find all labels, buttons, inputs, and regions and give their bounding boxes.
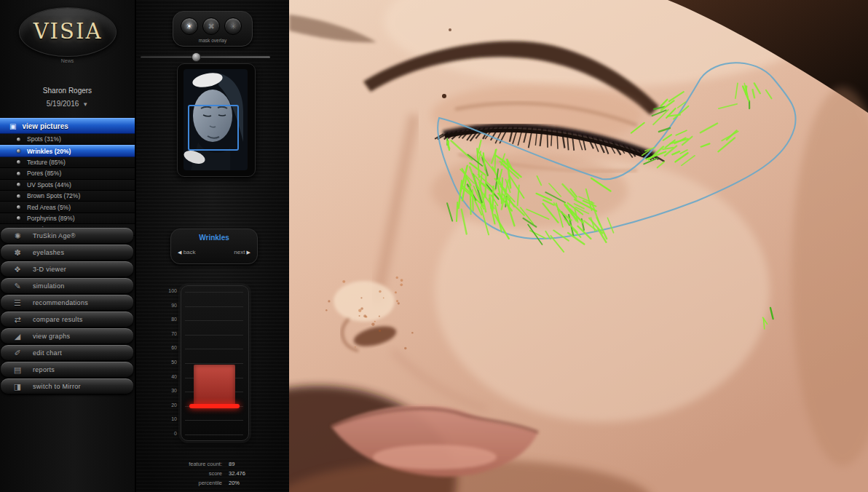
bullet-icon (17, 160, 20, 164)
back-label: back (184, 249, 196, 255)
stats-panel: feature count: 89 score 32.476 percentil… (136, 461, 282, 489)
slider-handle[interactable] (192, 52, 201, 62)
simulation-icon: ✎ (9, 282, 25, 291)
thumbnail-face-image (184, 69, 248, 170)
view-pictures-header[interactable]: ▣ view pictures (0, 118, 135, 134)
view-pictures-label: view pictures (22, 122, 68, 130)
gauge-tick-label: 80 (159, 317, 177, 322)
tool-label: edit chart (33, 349, 62, 357)
sidebar-item-label: Porphyrins (89%) (27, 215, 75, 222)
sidebar-item-brown-spots-72[interactable]: Brown Spots (72%) (0, 191, 135, 202)
sidebar-item-label: Pores (85%) (27, 170, 61, 177)
tool-label: 3-D viewer (33, 266, 66, 273)
switch-to-mirror-button[interactable]: ◨switch to Mirror (1, 378, 133, 394)
feature-menu: ▣ view pictures Spots (31%)Wrinkles (20%… (0, 118, 135, 236)
gauge-tick-label: 60 (159, 345, 177, 350)
sidebar-item-label: Spots (31%) (27, 135, 61, 143)
eyelashes-icon: ✽ (9, 248, 25, 258)
percentile-value: 20% (229, 480, 240, 486)
gauge-gridline (185, 435, 243, 435)
gauge-gridline (185, 363, 243, 364)
feature-count-label: feature count: (136, 461, 222, 467)
mask-overlay-group: ☀✖✳ mask overlay (173, 11, 253, 47)
logo-tagline: News (0, 58, 135, 63)
slider-track[interactable] (141, 56, 270, 58)
mask-toggle-button[interactable]: ✖ (202, 17, 220, 35)
gauge-tick-label: 30 (159, 388, 177, 393)
simulation-button[interactable]: ✎simulation (1, 278, 133, 293)
recommendations-icon: ☰ (9, 298, 25, 308)
bullet-icon (17, 172, 20, 175)
gauge-tick-label: 40 (159, 374, 177, 379)
sidebar-item-label: Brown Spots (72%) (27, 192, 80, 199)
tool-label: compare results (33, 316, 83, 323)
gauge-percentile-marker (189, 404, 240, 408)
gauge-tick-label: 70 (159, 331, 177, 336)
gauge-scale: 1009080706050403020100 (159, 285, 177, 440)
truskin-age-icon: ✺ (9, 231, 25, 241)
bullet-icon (17, 138, 20, 141)
gauge-gridline (185, 306, 243, 307)
gauge-score-bar (194, 365, 235, 406)
bullet-icon (17, 149, 20, 153)
score-value: 32.476 (229, 470, 245, 477)
sidebar-item-porphyrins-89[interactable]: Porphyrins (89%) (0, 213, 135, 224)
percentile-row: percentile 20% (136, 480, 282, 486)
tool-label: eyelashes (33, 249, 64, 256)
gauge-gridline (185, 335, 243, 336)
reports-button[interactable]: ▤reports (1, 362, 133, 377)
3-d-viewer-button[interactable]: ❖3-D viewer (1, 261, 133, 277)
recommendations-button[interactable]: ☰recommendations (1, 295, 133, 310)
main-photo-view[interactable] (289, 0, 868, 492)
next-arrow-icon: ▶ (247, 250, 250, 255)
sidebar-item-label: Red Areas (5%) (27, 204, 71, 211)
visia-logo-text: VISIA (20, 8, 116, 55)
reports-icon: ▤ (9, 365, 25, 375)
gauge-box (181, 285, 249, 441)
tool-label: recommendations (33, 299, 88, 306)
analysis-panel: ☀✖✳ mask overlay W (136, 0, 289, 492)
truskin-age-button[interactable]: ✺TruSkin Age® (1, 228, 133, 243)
tool-label: TruSkin Age® (33, 232, 76, 239)
tool-button-list: ✺TruSkin Age®✽eyelashes❖3-D viewer✎simul… (0, 228, 135, 395)
session-date: 5/19/2016 (47, 100, 79, 108)
session-date-dropdown[interactable]: 5/19/2016▼ (0, 100, 135, 108)
compare-results-button[interactable]: ⇄compare results (1, 312, 133, 327)
3-d-viewer-icon: ❖ (9, 265, 25, 274)
gauge-gridline (185, 320, 243, 321)
patient-name: Sharon Rogers (0, 87, 135, 95)
gauge-tick-label: 100 (159, 288, 177, 293)
gauge-gridline (185, 349, 243, 349)
overlay-opacity-slider[interactable] (141, 52, 270, 61)
switch-to-mirror-icon: ◨ (9, 382, 25, 392)
sidebar-item-pores-85[interactable]: Pores (85%) (0, 168, 135, 179)
overlay-toggle-button[interactable]: ✳ (224, 17, 242, 35)
gauge-tick-label: 10 (159, 416, 177, 421)
eyelashes-button[interactable]: ✽eyelashes (1, 245, 133, 260)
edit-chart-button[interactable]: ✐edit chart (1, 345, 133, 360)
chevron-down-icon: ▼ (82, 101, 88, 108)
feature-list: Spots (31%)Wrinkles (20%)Texture (85%)Po… (0, 134, 135, 236)
sidebar-item-wrinkles-20[interactable]: Wrinkles (20%) (0, 145, 135, 156)
compare-results-icon: ⇄ (9, 315, 25, 325)
next-button[interactable]: next ▶ (234, 249, 250, 255)
tool-label: simulation (33, 282, 65, 290)
bullet-icon (17, 216, 20, 220)
view-graphs-button[interactable]: ◢view graphs (1, 328, 133, 344)
sidebar-item-red-areas-5[interactable]: Red Areas (5%) (0, 202, 135, 213)
sidebar-item-texture-85[interactable]: Texture (85%) (0, 157, 135, 168)
photo-toggle-button[interactable]: ☀ (181, 17, 198, 35)
mole (442, 94, 446, 98)
gauge-tick-label: 20 (159, 402, 177, 408)
gauge-gridline (185, 292, 243, 293)
sidebar-item-spots-31[interactable]: Spots (31%) (0, 134, 135, 145)
bullet-icon (17, 205, 20, 209)
sidebar-item-uv-spots-44[interactable]: UV Spots (44%) (0, 180, 135, 191)
face-thumbnail-frame[interactable] (177, 63, 256, 177)
tool-label: switch to Mirror (33, 383, 81, 390)
feature-count-value: 89 (229, 461, 234, 467)
back-button[interactable]: ◀ back (178, 249, 196, 255)
feature-nav: Wrinkles ◀ back next ▶ (170, 229, 258, 264)
tool-label: reports (33, 366, 55, 373)
view-graphs-icon: ◢ (9, 332, 25, 341)
